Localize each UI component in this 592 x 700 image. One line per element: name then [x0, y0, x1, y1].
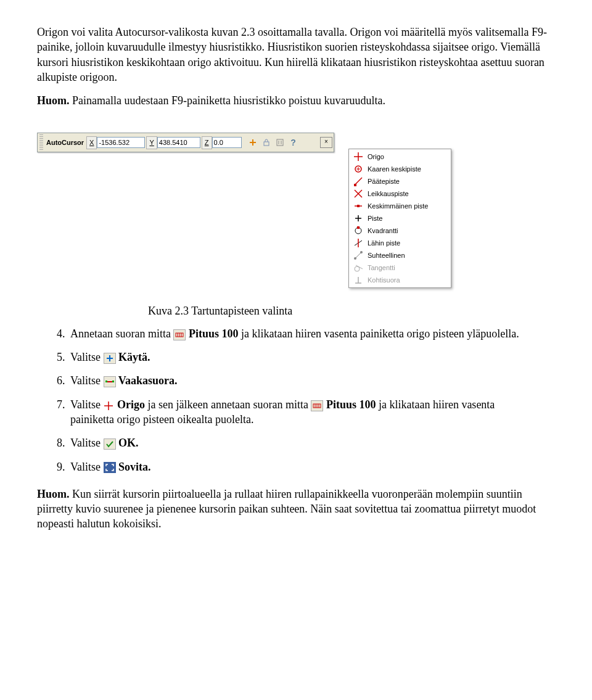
svg-rect-37 — [105, 381, 107, 382]
snap-item-point[interactable]: Piste — [349, 212, 451, 224]
horizontal-line-icon — [104, 376, 116, 387]
svg-rect-2 — [264, 142, 269, 146]
origo-icon — [104, 401, 115, 411]
paragraph-intro: Origon voi valita Autocursor-valikosta k… — [37, 25, 555, 84]
svg-line-23 — [355, 252, 361, 258]
step-9: Valitse Sovita. — [68, 459, 530, 474]
snap-item-label: Tangentti — [368, 263, 395, 273]
snap-item-label: Kvadrantti — [368, 226, 398, 236]
relative-icon — [353, 250, 364, 260]
snap-item-intersect[interactable]: Leikkauspiste — [349, 187, 451, 200]
snap-item-label: Kaaren keskipiste — [368, 165, 421, 174]
endpoint-icon — [353, 176, 364, 186]
snap-item-label: Piste — [368, 214, 382, 223]
snap-item-label: Päätepiste — [368, 177, 400, 186]
svg-rect-16 — [357, 205, 360, 207]
y-label[interactable]: Y — [146, 136, 157, 149]
snap-item-endpoint[interactable]: Päätepiste — [349, 175, 451, 187]
autocursor-toolbar: AutoCursor X Y Z ? × — [37, 133, 334, 152]
quadrant-icon — [353, 226, 364, 236]
snap-menu: OrigoKaaren keskipistePäätepisteLeikkaus… — [348, 149, 451, 288]
snap-item-label: Leikkauspiste — [368, 189, 409, 199]
x-input[interactable] — [97, 137, 145, 148]
z-label[interactable]: Z — [202, 136, 212, 149]
step-7: Valitse Origo ja sen jälkeen annetaan su… — [68, 397, 530, 427]
toolbar-title: AutoCursor — [45, 138, 86, 147]
autocursor-figure: AutoCursor X Y Z ? × OrigoKaaren kes — [37, 133, 555, 288]
snap-item-quadrant[interactable]: Kvadrantti — [349, 224, 451, 237]
steps-list: Annetaan suoran mitta Pituus 100 ja klik… — [56, 326, 555, 474]
perp-icon — [353, 275, 364, 285]
note-1-text: Painamalla uudestaan F9-painiketta hiusr… — [70, 94, 385, 107]
snap-item-relative[interactable]: Suhteellinen — [349, 249, 451, 261]
step-5: Valitse Käytä. — [68, 350, 530, 364]
y-input[interactable] — [157, 137, 200, 148]
svg-rect-12 — [354, 184, 356, 186]
z-input[interactable] — [212, 137, 242, 148]
point-icon — [353, 213, 364, 223]
snap-item-label: Suhteellinen — [368, 251, 405, 260]
lock-icon[interactable] — [261, 138, 271, 147]
step-8: Valitse OK. — [68, 435, 530, 450]
snap-item-center[interactable]: Kaaren keskipiste — [349, 163, 451, 175]
snap-item-label: Keskimmäinen piste — [368, 202, 428, 211]
svg-point-24 — [354, 257, 356, 260]
length-icon-2 — [311, 400, 323, 411]
svg-point-25 — [360, 251, 363, 253]
center-icon — [353, 164, 364, 174]
close-button[interactable]: × — [320, 137, 332, 148]
step-6: Valitse Vaakasuora. — [68, 373, 530, 388]
note-2-text: Kun siirrät kursorin piirtoalueella ja r… — [37, 488, 536, 530]
snap-item-origo[interactable]: Origo — [349, 150, 451, 163]
step-4: Annetaan suoran mitta Pituus 100 ja klik… — [68, 326, 530, 341]
svg-rect-20 — [357, 226, 360, 229]
snap-item-perp: Kohtisuora — [349, 274, 451, 286]
svg-point-26 — [355, 266, 360, 271]
apply-plus-icon — [104, 353, 116, 364]
svg-rect-38 — [112, 381, 114, 382]
figure-caption: Kuva 2.3 Tartuntapisteen valinta — [148, 303, 555, 318]
snap-item-label: Lähin piste — [368, 239, 400, 248]
help-icon[interactable]: ? — [289, 138, 298, 147]
snap-item-tangent: Tangentti — [349, 261, 451, 274]
length-icon — [173, 329, 186, 340]
x-label[interactable]: X — [86, 136, 97, 149]
note-2-label: Huom. — [37, 488, 70, 500]
snap-item-nearest[interactable]: Lähin piste — [349, 237, 451, 249]
note-1: Huom. Painamalla uudestaan F9-painiketta… — [37, 93, 555, 108]
snap-item-label: Origo — [368, 152, 384, 162]
ok-check-icon — [104, 439, 116, 450]
tangent-icon — [353, 263, 364, 273]
snap-item-label: Kohtisuora — [368, 276, 400, 285]
origo-icon — [353, 152, 364, 162]
note-2: Huom. Kun siirrät kursorin piirtoalueell… — [37, 487, 555, 532]
intersect-icon — [353, 189, 364, 199]
svg-rect-3 — [277, 139, 283, 146]
fit-screen-icon — [104, 462, 116, 473]
note-1-label: Huom. — [37, 94, 70, 107]
plus-icon[interactable] — [248, 138, 258, 147]
snap-item-midpoint[interactable]: Keskimmäinen piste — [349, 200, 451, 212]
midpoint-icon — [353, 201, 364, 211]
nearest-icon — [353, 238, 364, 248]
toolbar-grip[interactable] — [39, 134, 43, 150]
config-icon[interactable] — [275, 138, 285, 147]
